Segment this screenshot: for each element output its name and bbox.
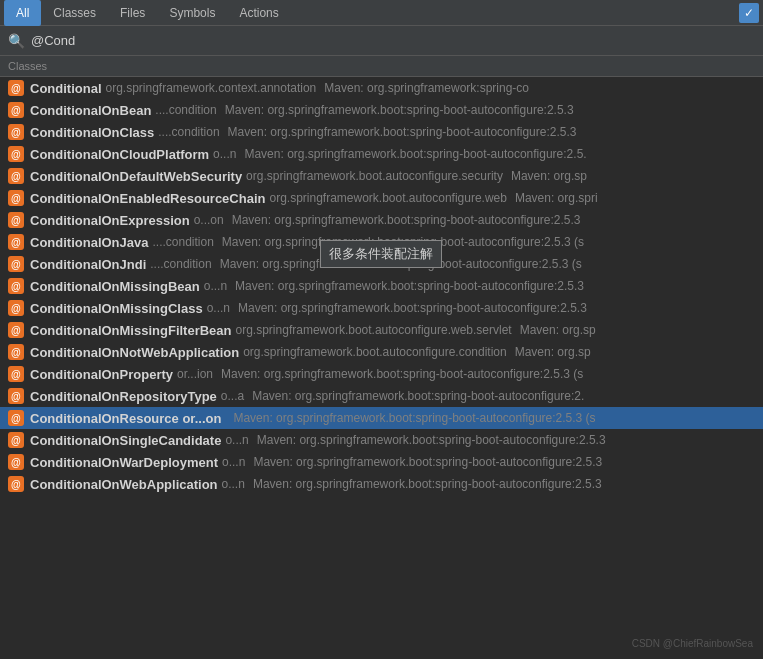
item-name: ConditionalOnResource or...on <box>30 411 221 426</box>
item-package: ....condition <box>152 235 213 249</box>
tab-symbols[interactable]: Symbols <box>157 0 227 26</box>
item-source: Maven: org.springframework.boot:spring-b… <box>244 147 586 161</box>
item-package: o...n <box>207 301 230 315</box>
tab-all[interactable]: All <box>4 0 41 26</box>
list-item[interactable]: @ConditionalOnResource or...onMaven: org… <box>0 407 763 429</box>
class-icon: @ <box>8 300 24 316</box>
item-name: ConditionalOnBean <box>30 103 151 118</box>
list-item[interactable]: @ConditionalOnClass....conditionMaven: o… <box>0 121 763 143</box>
item-package: o...n <box>213 147 236 161</box>
item-name: ConditionalOnWebApplication <box>30 477 218 492</box>
item-package: o...on <box>194 213 224 227</box>
item-source: Maven: org.sp <box>515 345 591 359</box>
item-source: Maven: org.springframework:spring-co <box>324 81 529 95</box>
search-bar: 🔍 <box>0 26 763 56</box>
item-package: o...n <box>204 279 227 293</box>
list-item[interactable]: @Conditionalorg.springframework.context.… <box>0 77 763 99</box>
list-item[interactable]: @ConditionalOnBean....conditionMaven: or… <box>0 99 763 121</box>
class-icon: @ <box>8 234 24 250</box>
item-source: Maven: org.springframework.boot:spring-b… <box>221 367 583 381</box>
item-name: ConditionalOnWarDeployment <box>30 455 218 470</box>
class-icon: @ <box>8 454 24 470</box>
class-icon: @ <box>8 388 24 404</box>
item-source: Maven: org.springframework.boot:spring-b… <box>257 433 606 447</box>
list-item[interactable]: @ConditionalOnJava....conditionMaven: or… <box>0 231 763 253</box>
list-item[interactable]: @ConditionalOnRepositoryTypeo...aMaven: … <box>0 385 763 407</box>
list-item[interactable]: @ConditionalOnWarDeploymento...nMaven: o… <box>0 451 763 473</box>
item-source: Maven: org.springframework.boot:spring-b… <box>253 477 602 491</box>
class-icon: @ <box>8 256 24 272</box>
class-icon: @ <box>8 476 24 492</box>
item-source: Maven: org.springframework.boot:spring-b… <box>222 235 584 249</box>
class-icon: @ <box>8 212 24 228</box>
item-name: ConditionalOnMissingClass <box>30 301 203 316</box>
list-item[interactable]: @ConditionalOnNotWebApplicationorg.sprin… <box>0 341 763 363</box>
list-item[interactable]: @ConditionalOnSingleCandidateo...nMaven:… <box>0 429 763 451</box>
item-source: Maven: org.springframework.boot:spring-b… <box>238 301 587 315</box>
item-source: Maven: org.springframework.boot:spring-b… <box>253 455 602 469</box>
tab-classes[interactable]: Classes <box>41 0 108 26</box>
class-icon: @ <box>8 124 24 140</box>
class-icon: @ <box>8 190 24 206</box>
item-name: ConditionalOnEnabledResourceChain <box>30 191 265 206</box>
class-icon: @ <box>8 102 24 118</box>
list-item[interactable]: @ConditionalOnDefaultWebSecurityorg.spri… <box>0 165 763 187</box>
item-source: Maven: org.springframework.boot:spring-b… <box>235 279 584 293</box>
check-button[interactable]: ✓ <box>739 3 759 23</box>
list-item[interactable]: @ConditionalOnMissingBeano...nMaven: org… <box>0 275 763 297</box>
item-package: or...ion <box>177 367 213 381</box>
item-package: ....condition <box>155 103 216 117</box>
search-icon: 🔍 <box>8 33 25 49</box>
tab-actions[interactable]: Actions <box>227 0 290 26</box>
results-list: @Conditionalorg.springframework.context.… <box>0 77 763 656</box>
class-icon: @ <box>8 432 24 448</box>
list-item[interactable]: @ConditionalOnMissingClasso...nMaven: or… <box>0 297 763 319</box>
item-package: o...n <box>222 455 245 469</box>
item-package: org.springframework.boot.autoconfigure.w… <box>236 323 512 337</box>
item-name: ConditionalOnJava <box>30 235 148 250</box>
item-package: o...n <box>225 433 248 447</box>
list-item[interactable]: @ConditionalOnCloudPlatformo...nMaven: o… <box>0 143 763 165</box>
item-package: ....condition <box>158 125 219 139</box>
item-package: org.springframework.boot.autoconfigure.w… <box>269 191 506 205</box>
class-icon: @ <box>8 366 24 382</box>
item-name: ConditionalOnRepositoryType <box>30 389 217 404</box>
item-name: ConditionalOnExpression <box>30 213 190 228</box>
item-name: ConditionalOnProperty <box>30 367 173 382</box>
item-name: ConditionalOnJndi <box>30 257 146 272</box>
item-source: Maven: org.sp <box>511 169 587 183</box>
list-item[interactable]: @ConditionalOnPropertyor...ionMaven: org… <box>0 363 763 385</box>
item-source: Maven: org.springframework.boot:spring-b… <box>220 257 582 271</box>
item-package: org.springframework.boot.autoconfigure.c… <box>243 345 506 359</box>
list-item[interactable]: @ConditionalOnMissingFilterBeanorg.sprin… <box>0 319 763 341</box>
item-source: Maven: org.sp <box>520 323 596 337</box>
tab-bar: All Classes Files Symbols Actions ✓ <box>0 0 763 26</box>
list-item[interactable]: @ConditionalOnEnabledResourceChainorg.sp… <box>0 187 763 209</box>
item-source: Maven: org.springframework.boot:spring-b… <box>225 103 574 117</box>
item-package: o...a <box>221 389 244 403</box>
item-name: ConditionalOnMissingBean <box>30 279 200 294</box>
item-name: ConditionalOnCloudPlatform <box>30 147 209 162</box>
section-header: Classes <box>0 56 763 77</box>
list-item[interactable]: @ConditionalOnJndi....conditionMaven: or… <box>0 253 763 275</box>
item-name: ConditionalOnClass <box>30 125 154 140</box>
item-name: ConditionalOnMissingFilterBean <box>30 323 232 338</box>
class-icon: @ <box>8 168 24 184</box>
class-icon: @ <box>8 80 24 96</box>
list-item[interactable]: @ConditionalOnExpressiono...onMaven: org… <box>0 209 763 231</box>
item-package: org.springframework.context.annotation <box>106 81 317 95</box>
item-package: ....condition <box>150 257 211 271</box>
watermark: CSDN @ChiefRainbowSea <box>632 638 753 649</box>
item-name: ConditionalOnNotWebApplication <box>30 345 239 360</box>
class-icon: @ <box>8 410 24 426</box>
class-icon: @ <box>8 344 24 360</box>
class-icon: @ <box>8 322 24 338</box>
class-icon: @ <box>8 146 24 162</box>
class-icon: @ <box>8 278 24 294</box>
item-source: Maven: org.springframework.boot:spring-b… <box>252 389 584 403</box>
tab-files[interactable]: Files <box>108 0 157 26</box>
list-item[interactable]: @ConditionalOnWebApplicationo...nMaven: … <box>0 473 763 495</box>
item-name: Conditional <box>30 81 102 96</box>
item-name: ConditionalOnDefaultWebSecurity <box>30 169 242 184</box>
search-input[interactable] <box>31 33 755 48</box>
